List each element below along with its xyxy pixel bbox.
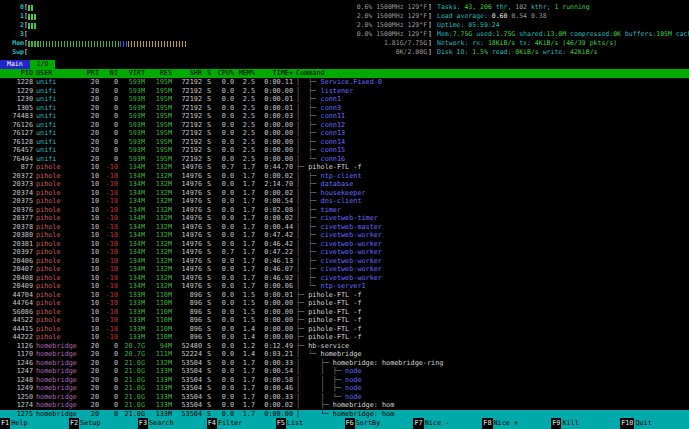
process-row[interactable]: 1246homebridge20021.0G132M53504S0.01.70:… bbox=[0, 359, 689, 368]
cell-pri: 10 bbox=[86, 231, 99, 239]
function-key-f6[interactable]: F6SortBy bbox=[345, 418, 414, 429]
cell-time: 0:00.00 bbox=[258, 155, 293, 163]
process-row[interactable]: 76126unifi200593M195M72192S0.02.50:00.00… bbox=[0, 121, 689, 130]
process-row[interactable]: 44522pihole10-10133M110M896S0.01.50:00.0… bbox=[0, 316, 689, 325]
function-key-f10[interactable]: F10Quit bbox=[620, 418, 689, 429]
cell-shr: 14976 bbox=[175, 214, 202, 222]
process-row[interactable]: 1274homebridge20021.0G133M53504S0.01.70:… bbox=[0, 401, 689, 410]
cell-virt: 134M bbox=[121, 265, 145, 273]
tab-main[interactable]: Main bbox=[0, 60, 30, 69]
tree-branch: ├─ bbox=[296, 333, 308, 341]
cell-mem: 2.5 bbox=[237, 112, 255, 120]
process-row[interactable]: 44764pihole10-10133M110M896S0.01.50:00.0… bbox=[0, 299, 689, 308]
process-row[interactable]: 20381pihole10-10134M132M14976S0.01.70:46… bbox=[0, 240, 689, 249]
cell-time: 0:00.01 bbox=[258, 95, 293, 103]
cell-pri: 10 bbox=[86, 265, 99, 273]
process-row[interactable]: 20372pihole10-10134M132M14976S0.01.70:00… bbox=[0, 172, 689, 181]
tab-io[interactable]: I/O bbox=[30, 60, 56, 69]
process-command: │ └─ homebridge bbox=[296, 350, 689, 358]
process-row[interactable]: 76128unifi200593M195M72192S0.02.50:00.00… bbox=[0, 138, 689, 147]
cell-s: S bbox=[205, 333, 213, 341]
cell-mem: 1.7 bbox=[237, 172, 255, 180]
column-header-cmd[interactable]: Command bbox=[296, 69, 689, 78]
column-header-time[interactable]: TIME+ bbox=[258, 69, 293, 78]
process-row[interactable]: 20377pihole10-10134M132M14976S0.01.70:00… bbox=[0, 214, 689, 223]
cell-ni: 0 bbox=[102, 155, 118, 163]
process-row[interactable]: 56086pihole10-10133M110M896S0.01.50:00.0… bbox=[0, 308, 689, 317]
function-key-f1[interactable]: F1Help bbox=[0, 418, 69, 429]
column-header-pri[interactable]: PRI bbox=[86, 69, 99, 78]
process-row[interactable]: 1305unifi200593M195M72192S0.02.50:00.01│… bbox=[0, 104, 689, 113]
cell-res: 110M bbox=[148, 333, 172, 341]
column-header-pid[interactable]: PID bbox=[0, 69, 33, 78]
command-name: civetweb-worker bbox=[321, 265, 382, 273]
process-row[interactable]: 44222pihole10-10133M110M896S0.01.40:00.0… bbox=[0, 333, 689, 342]
cell-res: 133M bbox=[148, 367, 172, 375]
process-row[interactable]: 1126homebridge20020.7G94M52480S0.01.20:1… bbox=[0, 342, 689, 351]
column-header-user[interactable]: USER bbox=[36, 69, 83, 78]
function-key-f5[interactable]: F5List bbox=[276, 418, 345, 429]
process-row[interactable]: 20408pihole10-10134M132M14976S0.01.70:46… bbox=[0, 274, 689, 283]
column-header-ni[interactable]: NI bbox=[102, 69, 118, 78]
cell-pri: 20 bbox=[86, 95, 99, 103]
process-row[interactable]: 1170homebridge20020.7G111M52224S0.01.40:… bbox=[0, 350, 689, 359]
function-key-f8[interactable]: F8Nice + bbox=[482, 418, 551, 429]
process-row[interactable]: 20407pihole10-10134M132M14976S0.01.70:46… bbox=[0, 265, 689, 274]
column-header-s[interactable]: S bbox=[205, 69, 213, 78]
process-row[interactable]: 44415pihole10-10133M110M896S0.01.40:00.0… bbox=[0, 325, 689, 334]
meter-text: 2.0% 1500MHz 129°F bbox=[357, 21, 427, 30]
function-key-f7[interactable]: F7Nice - bbox=[413, 418, 482, 429]
cell-shr: 14976 bbox=[175, 265, 202, 273]
function-key-f4[interactable]: F4Filter bbox=[207, 418, 276, 429]
cell-ni: 0 bbox=[102, 367, 118, 375]
process-row[interactable]: 20406pihole10-10134M132M14976S0.01.70:46… bbox=[0, 257, 689, 266]
tree-branch: │ ├─ bbox=[296, 121, 321, 129]
cell-mem: 1.7 bbox=[237, 282, 255, 290]
process-row[interactable]: 20409pihole10-10134M132M14976S0.01.70:00… bbox=[0, 282, 689, 291]
cell-ni: -10 bbox=[102, 214, 118, 222]
cell-s: S bbox=[205, 112, 213, 120]
process-row[interactable]: 877pihole10-10134M132M14976S0.71.70:44.7… bbox=[0, 163, 689, 172]
process-row[interactable]: 20380pihole10-10134M132M14976S0.01.70:47… bbox=[0, 231, 689, 240]
process-row[interactable]: 44704pihole10-10133M110M896S0.01.50:00.0… bbox=[0, 291, 689, 300]
cell-mem: 1.7 bbox=[237, 206, 255, 214]
process-row[interactable]: 20373pihole10-10134M132M14976S0.01.72:14… bbox=[0, 180, 689, 189]
info-text: Load average: bbox=[437, 12, 492, 20]
process-row[interactable]: 76494unifi200593M195M72192S0.02.50:00.00… bbox=[0, 155, 689, 164]
cell-ni: 0 bbox=[102, 393, 118, 401]
cell-user: homebridge bbox=[36, 350, 83, 358]
function-key-f9[interactable]: F9Kill bbox=[551, 418, 620, 429]
process-row[interactable]: 20375pihole10-10134M132M14976S0.01.70:00… bbox=[0, 197, 689, 206]
process-row[interactable]: 74483unifi200593M195M72192S0.02.50:00.03… bbox=[0, 112, 689, 121]
process-row[interactable]: 1230unifi200593M195M72192S0.02.50:00.01│… bbox=[0, 95, 689, 104]
tree-branch: │ │ └─ bbox=[296, 393, 345, 401]
process-row[interactable]: 20374pihole10-10134M132M14976S0.01.70:00… bbox=[0, 189, 689, 198]
process-row[interactable]: 76457unifi200593M195M72192S0.02.50:00.00… bbox=[0, 146, 689, 155]
process-row[interactable]: 20378pihole10-10134M132M14976S0.01.70:00… bbox=[0, 223, 689, 232]
cell-res: 132M bbox=[148, 248, 172, 256]
cell-virt: 593M bbox=[121, 146, 145, 154]
process-row[interactable]: 1275homebridge20021.0G133M53504S0.01.70:… bbox=[0, 410, 689, 419]
column-header-res[interactable]: RES bbox=[148, 69, 172, 78]
column-header-cpu[interactable]: CPU% bbox=[216, 69, 234, 78]
process-row[interactable]: 1250homebridge20021.0G133M53504S0.01.70:… bbox=[0, 393, 689, 402]
cell-cpu: 0.0 bbox=[216, 308, 234, 316]
column-header-virt[interactable]: VIRT bbox=[121, 69, 145, 78]
process-row[interactable]: 76127unifi200593M195M72192S0.02.50:00.00… bbox=[0, 129, 689, 138]
process-row[interactable]: 1229unifi200593M195M72192S0.02.50:00.00│… bbox=[0, 87, 689, 96]
process-row[interactable]: 1248homebridge20021.0G133M53504S0.01.70:… bbox=[0, 376, 689, 385]
meter-bar: 2.0% 1500MHz 129°F bbox=[28, 21, 428, 30]
process-row[interactable]: 1247homebridge20021.0G133M53504S0.01.70:… bbox=[0, 367, 689, 376]
column-header-mem[interactable]: MEM% bbox=[237, 69, 255, 78]
column-header-shr[interactable]: SHR bbox=[175, 69, 202, 78]
function-key-f3[interactable]: F3Search bbox=[138, 418, 207, 429]
cell-cpu: 0.0 bbox=[216, 342, 234, 350]
meter-bar: 0K/2.00G bbox=[28, 48, 428, 57]
process-row[interactable]: 20376pihole10-10134M132M14976S0.01.70:02… bbox=[0, 206, 689, 215]
process-row[interactable]: 1228unifi200593M195M72192S0.02.50:00.11│… bbox=[0, 78, 689, 87]
function-key-f2[interactable]: F2Setup bbox=[69, 418, 138, 429]
cell-s: S bbox=[205, 223, 213, 231]
process-row[interactable]: 20397pihole10-10134M132M14976S0.71.70:47… bbox=[0, 248, 689, 257]
process-row[interactable]: 1249homebridge20021.0G133M53504S0.01.70:… bbox=[0, 384, 689, 393]
cell-cpu: 0.7 bbox=[216, 163, 234, 171]
